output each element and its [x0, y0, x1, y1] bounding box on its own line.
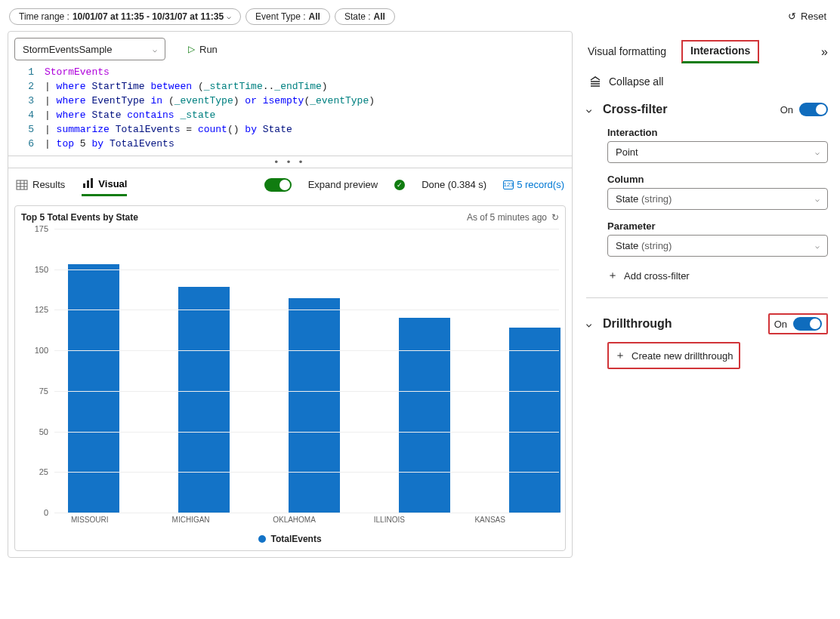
state-filter[interactable]: State : All	[335, 8, 395, 25]
state-value: All	[374, 11, 385, 22]
column-value: State	[616, 193, 638, 205]
field-parameter-label: Parameter	[607, 217, 828, 235]
time-range-value: 10/01/07 at 11:35 - 10/31/07 at 11:35	[73, 11, 224, 22]
gridline	[54, 350, 559, 351]
reset-label: Reset	[801, 11, 826, 22]
collapse-all-button[interactable]: Collapse all	[586, 68, 828, 95]
time-range-label: Time range :	[19, 11, 69, 22]
y-tick: 50	[39, 427, 48, 436]
table-icon	[16, 179, 28, 191]
gridline	[54, 229, 559, 229]
plus-icon: ＋	[607, 269, 618, 282]
x-label: KANSAS	[458, 516, 559, 531]
y-tick: 0	[44, 508, 48, 517]
resize-handle[interactable]: • • •	[8, 156, 572, 168]
column-type: (string)	[641, 193, 672, 205]
svg-rect-0	[17, 180, 27, 189]
drillthrough-on-label: On	[774, 319, 787, 330]
play-icon: ▷	[188, 44, 195, 54]
tab-results[interactable]: Results	[16, 174, 65, 196]
state-label: State :	[344, 11, 371, 22]
chart-plot: 0255075100125150175 MISSOURIMICHIGANOKLA…	[21, 229, 559, 531]
chevron-down-icon: ⌵	[815, 148, 820, 156]
x-label: MICHIGAN	[156, 516, 257, 531]
svg-rect-6	[87, 180, 89, 188]
tab-interactions[interactable]: Interactions	[681, 40, 759, 63]
chevron-down-icon: ⌵	[227, 12, 231, 20]
collapse-all-label: Collapse all	[609, 75, 663, 88]
add-crossfilter-label: Add cross-filter	[624, 270, 690, 282]
parameter-type: (string)	[641, 240, 672, 251]
chart-bar[interactable]	[68, 264, 119, 513]
column-select[interactable]: State (string) ⌵	[607, 188, 828, 210]
chart-bar[interactable]	[289, 298, 340, 513]
tab-visual[interactable]: Visual	[82, 173, 127, 196]
y-tick: 75	[39, 386, 48, 396]
tab-visual-formatting[interactable]: Visual formatting	[586, 41, 668, 63]
field-interaction-label: Interaction	[607, 124, 828, 141]
chart-bar[interactable]	[509, 328, 561, 513]
y-tick: 25	[39, 467, 48, 476]
drillthrough-toggle-group: On	[768, 313, 828, 334]
record-count[interactable]: 123 5 record(s)	[503, 179, 564, 190]
run-label: Run	[199, 44, 218, 55]
chart-bar[interactable]	[399, 318, 450, 513]
expand-preview-label: Expand preview	[308, 179, 378, 190]
create-drillthrough-label: Create new drillthrough	[632, 350, 733, 362]
legend-label: TotalEvents	[270, 534, 321, 544]
interaction-select[interactable]: Point ⌵	[607, 141, 828, 163]
query-pane: StormEventsSample ⌵ ▷ Run 1StormEvents 2…	[8, 31, 573, 558]
y-tick: 100	[35, 346, 48, 355]
database-select[interactable]: StormEventsSample ⌵	[14, 38, 165, 60]
y-tick: 175	[35, 224, 48, 233]
gridline	[54, 432, 559, 433]
reset-button[interactable]: ↺ Reset	[783, 8, 831, 25]
svg-rect-7	[91, 178, 93, 188]
record-count-label: 5 record(s)	[517, 179, 564, 190]
gridline	[54, 472, 559, 473]
chart-title: Top 5 Total Events by State	[21, 212, 138, 223]
overflow-icon[interactable]: »	[821, 45, 828, 59]
expand-preview-toggle[interactable]	[264, 178, 292, 192]
chart-card: Top 5 Total Events by State As of 5 minu…	[14, 205, 566, 551]
y-tick: 125	[35, 305, 48, 314]
plus-icon: ＋	[615, 349, 625, 362]
success-icon: ✓	[394, 180, 405, 190]
time-range-filter[interactable]: Time range : 10/01/07 at 11:35 - 10/31/0…	[9, 8, 241, 25]
run-button[interactable]: ▷ Run	[181, 41, 225, 58]
create-drillthrough-button[interactable]: ＋ Create new drillthrough	[613, 346, 734, 365]
chart-icon	[82, 177, 94, 189]
tab-visual-label: Visual	[98, 178, 127, 189]
chevron-down-icon: ⌵	[815, 242, 820, 250]
event-type-filter[interactable]: Event Type : All	[246, 8, 330, 25]
reset-icon: ↺	[788, 11, 796, 22]
add-crossfilter-button[interactable]: ＋ Add cross-filter	[607, 264, 828, 287]
gridline	[54, 391, 559, 392]
drillthrough-toggle[interactable]	[793, 317, 822, 331]
chevron-down-icon[interactable]: ⌵	[586, 104, 595, 115]
event-type-label: Event Type :	[255, 11, 306, 22]
database-value: StormEventsSample	[23, 44, 113, 55]
crossfilter-on-label: On	[780, 104, 793, 115]
parameter-select[interactable]: State (string) ⌵	[607, 235, 828, 257]
records-icon: 123	[503, 180, 514, 189]
parameter-value: State	[616, 240, 638, 251]
y-tick: 150	[35, 265, 48, 274]
x-label: OKLAHOMA	[256, 516, 357, 531]
crossfilter-toggle[interactable]	[799, 103, 828, 116]
field-column-label: Column	[607, 171, 828, 188]
chart-asof: As of 5 minutes ago	[467, 212, 547, 223]
chevron-down-icon[interactable]: ⌵	[586, 319, 595, 329]
refresh-icon[interactable]: ↻	[551, 212, 559, 223]
query-editor[interactable]: 1StormEvents 2| where StartTime between …	[8, 60, 572, 156]
x-label: MISSOURI	[54, 516, 156, 531]
chevron-down-icon: ⌵	[153, 45, 157, 54]
svg-rect-5	[83, 183, 85, 188]
x-label: ILLINOIS	[357, 516, 459, 531]
legend-swatch	[258, 535, 266, 543]
gridline	[54, 269, 559, 270]
interaction-value: Point	[616, 146, 638, 158]
event-type-value: All	[309, 11, 320, 22]
chart-bar[interactable]	[178, 287, 230, 513]
gridline	[54, 310, 559, 310]
